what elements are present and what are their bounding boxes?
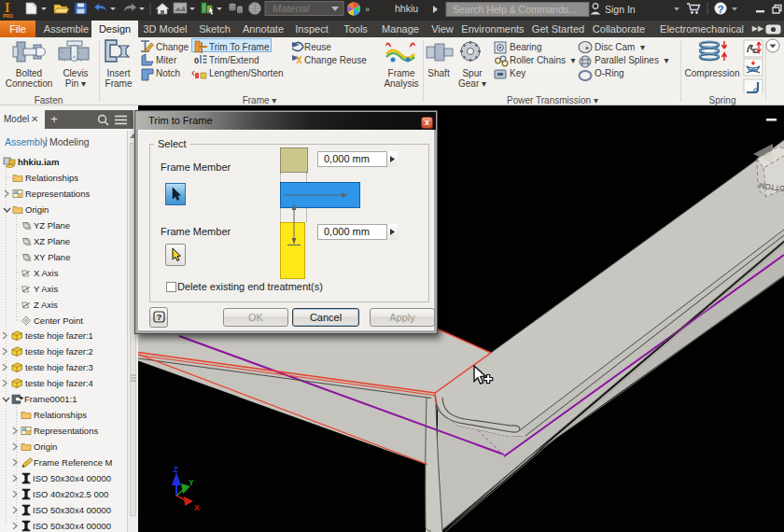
svg-text:Y: Y <box>189 478 194 487</box>
svg-text:»: » <box>365 5 370 14</box>
svg-text:?: ? <box>156 312 161 322</box>
svg-text:Z: Z <box>174 465 178 474</box>
svg-text:Material: Material <box>273 3 310 14</box>
svg-text:Sign In: Sign In <box>605 4 636 15</box>
svg-text:PRO: PRO <box>3 13 13 19</box>
svg-text:X: X <box>194 503 200 512</box>
svg-text:0: 0 <box>194 56 199 65</box>
svg-text:?: ? <box>718 4 724 15</box>
svg-text:Search Help & Commands...: Search Help & Commands... <box>453 4 577 15</box>
svg-text:hhkiu: hhkiu <box>395 3 418 14</box>
